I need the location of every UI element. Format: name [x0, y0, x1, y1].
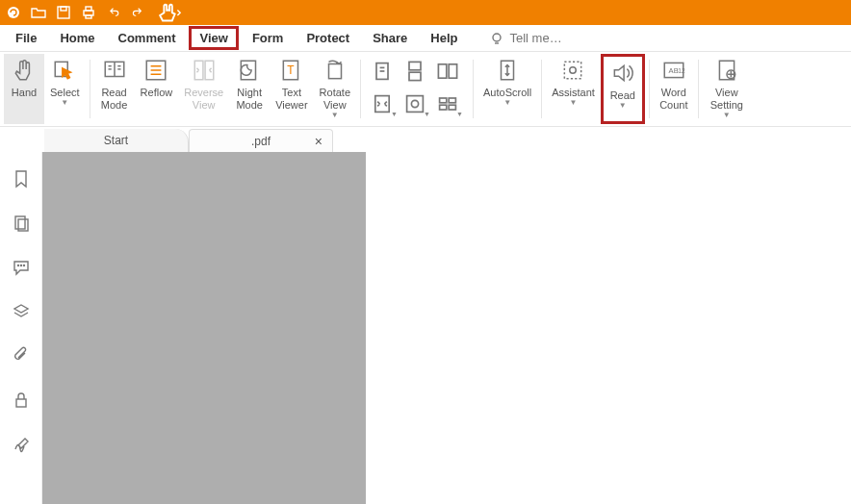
view-setting-label: View Setting: [710, 87, 743, 112]
signature-icon[interactable]: [12, 435, 31, 454]
autoscroll-button[interactable]: AutoScroll ▼: [477, 54, 537, 124]
read-mode-label: Read Mode: [101, 87, 128, 112]
svg-point-37: [570, 67, 577, 74]
select-tool-button[interactable]: Select ▼: [44, 54, 86, 124]
select-cursor-icon: [52, 58, 77, 83]
view-setting-button[interactable]: View Setting ▼: [703, 54, 751, 124]
tab-label: Start: [104, 134, 128, 147]
svg-rect-28: [375, 96, 389, 113]
reflow-label: Reflow: [141, 87, 173, 99]
svg-point-30: [411, 100, 418, 107]
menu-help[interactable]: Help: [421, 27, 467, 49]
reverse-view-button: Reverse View: [178, 54, 229, 124]
save-icon[interactable]: [56, 5, 71, 20]
moon-icon: [237, 58, 262, 83]
redo-icon[interactable]: [131, 5, 146, 20]
svg-point-6: [493, 34, 501, 41]
tell-me-search[interactable]: [490, 31, 596, 45]
svg-rect-36: [565, 62, 581, 78]
svg-rect-27: [449, 64, 456, 78]
tab-pdf-document[interactable]: .pdf ×: [189, 129, 333, 152]
svg-rect-31: [440, 98, 447, 103]
rotate-icon: [322, 58, 348, 83]
chevron-down-icon: ▼: [503, 100, 511, 106]
navigation-sidepanel: [0, 152, 42, 504]
reflow-button[interactable]: Reflow: [135, 54, 179, 124]
chevron-down-icon: ▼: [331, 113, 339, 118]
hand-icon: [12, 58, 37, 83]
pages-icon[interactable]: [12, 214, 31, 233]
chevron-down-icon: ▼: [61, 100, 68, 106]
comments-icon[interactable]: [12, 258, 31, 277]
security-icon[interactable]: [12, 391, 31, 410]
svg-rect-34: [449, 105, 455, 110]
book-icon: [102, 58, 127, 83]
fit-width-icon[interactable]: ▼: [403, 92, 426, 115]
svg-rect-15: [194, 61, 203, 80]
fit-visible-icon[interactable]: ▼: [436, 92, 459, 115]
svg-rect-4: [86, 7, 91, 11]
layers-icon[interactable]: [12, 302, 31, 321]
read-mode-button[interactable]: Read Mode: [94, 54, 135, 124]
page-layout-grid: ▼ ▼ ▼: [365, 54, 469, 124]
hand-label: Hand: [12, 87, 37, 99]
menu-share[interactable]: Share: [363, 27, 417, 49]
read-aloud-button[interactable]: Read ▼: [601, 54, 645, 124]
word-count-icon: AB12: [661, 58, 686, 83]
svg-rect-16: [205, 61, 214, 80]
word-count-button[interactable]: AB12 Word Count: [654, 54, 694, 124]
menu-bar: File Home Comment View Form Protect Shar…: [0, 25, 851, 52]
layout-single-icon[interactable]: [371, 60, 394, 83]
touch-hand-icon[interactable]: [156, 5, 183, 20]
text-viewer-icon: T: [279, 58, 304, 83]
close-icon[interactable]: ×: [315, 134, 322, 149]
chevron-down-icon: ▼: [723, 113, 731, 118]
menu-protect[interactable]: Protect: [297, 27, 359, 49]
document-tabstrip: Start .pdf ×: [0, 127, 851, 152]
layout-continuous-icon[interactable]: [403, 60, 426, 83]
reverse-view-label: Reverse View: [184, 87, 223, 112]
rotate-view-button[interactable]: Rotate View ▼: [314, 54, 356, 124]
svg-rect-26: [438, 64, 446, 78]
document-viewport[interactable]: [42, 152, 366, 504]
svg-rect-43: [15, 216, 25, 229]
rotate-view-label: Rotate View: [320, 87, 350, 112]
ribbon-view: Hand Select ▼ Read Mode Reflow Reverse V…: [0, 52, 851, 127]
view-setting-icon: [714, 58, 739, 83]
menu-form[interactable]: Form: [243, 27, 294, 49]
svg-rect-48: [16, 399, 26, 407]
layout-facing-icon[interactable]: [436, 60, 459, 83]
svg-rect-33: [440, 105, 447, 110]
assistant-button[interactable]: Assistant ▼: [546, 54, 601, 124]
svg-point-45: [17, 265, 18, 266]
print-icon[interactable]: [81, 5, 96, 20]
night-mode-button[interactable]: Night Mode: [229, 54, 270, 124]
svg-rect-25: [409, 72, 421, 80]
content-area: [0, 152, 851, 504]
svg-rect-32: [449, 98, 455, 103]
tell-me-input[interactable]: [509, 31, 596, 45]
undo-icon[interactable]: [106, 5, 121, 20]
fit-page-icon[interactable]: ▼: [371, 92, 394, 115]
hand-tool-button[interactable]: Hand: [4, 54, 44, 124]
text-viewer-button[interactable]: T Text Viewer: [270, 54, 313, 124]
open-folder-icon[interactable]: [31, 5, 46, 20]
svg-rect-20: [328, 64, 341, 79]
svg-point-46: [20, 265, 21, 266]
svg-rect-2: [61, 7, 66, 11]
svg-rect-24: [409, 62, 421, 69]
text-viewer-label: Text Viewer: [275, 87, 307, 112]
attachment-icon[interactable]: [12, 346, 31, 365]
speaker-icon: [610, 61, 635, 86]
bookmark-icon[interactable]: [12, 169, 31, 189]
menu-view[interactable]: View: [189, 26, 238, 50]
chevron-down-icon: ▼: [570, 100, 578, 106]
reflow-icon: [143, 58, 168, 83]
menu-home[interactable]: Home: [50, 27, 104, 49]
menu-file[interactable]: File: [6, 27, 46, 49]
svg-text:AB: AB: [668, 66, 678, 75]
svg-text:12: 12: [678, 67, 685, 74]
tab-label: .pdf: [251, 135, 271, 148]
tab-start[interactable]: Start: [44, 129, 189, 152]
menu-comment[interactable]: Comment: [109, 27, 186, 49]
